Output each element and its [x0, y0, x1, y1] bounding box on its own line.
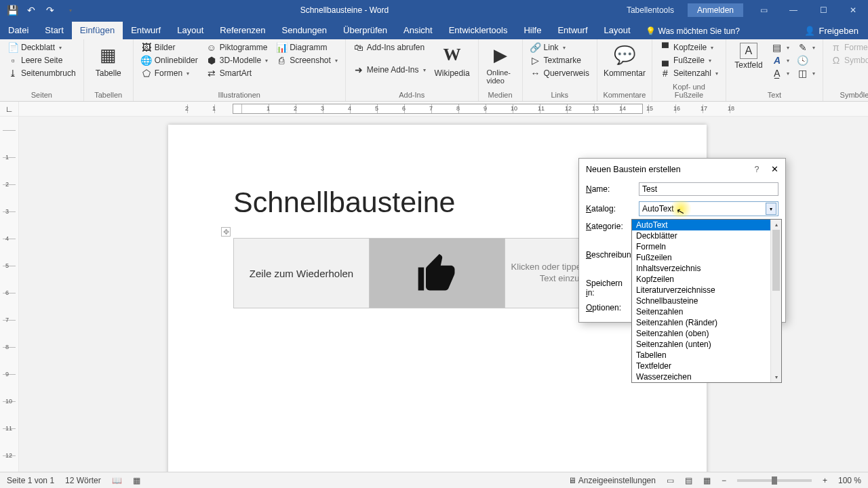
tab-layout[interactable]: Layout — [169, 22, 212, 39]
redo-icon[interactable]: ↷ — [45, 5, 56, 16]
share-button[interactable]: 👤Freigeben — [795, 22, 868, 39]
seitenumbruch-button[interactable]: ⤓Seitenumbruch — [5, 67, 78, 79]
leere-seite-button[interactable]: ▫Leere Seite — [5, 54, 78, 66]
dialog-close-icon[interactable]: ✕ — [771, 165, 778, 174]
dropdown-item[interactable]: AutoText — [632, 220, 781, 230]
contextual-tab-label: Tabellentools — [613, 5, 688, 15]
minimize-icon[interactable]: — — [778, 0, 808, 20]
zoom-slider[interactable] — [737, 479, 812, 482]
table-move-handle-icon[interactable]: ✥ — [221, 227, 231, 237]
tabstop-selector[interactable]: ∟ — [0, 102, 19, 116]
scroll-down-icon[interactable]: ▾ — [771, 372, 781, 382]
dropdown-item[interactable]: Seitenzahlen (Ränder) — [632, 317, 781, 328]
proofing-icon[interactable]: 📖 — [112, 476, 122, 485]
tab-ueberpruefen[interactable]: Überprüfen — [335, 22, 395, 39]
formel-button[interactable]: πFormel▾ — [829, 41, 868, 54]
symbol-button[interactable]: ΩSymbol▾ — [829, 54, 868, 66]
wordart-button[interactable]: A▾ — [770, 54, 791, 66]
tab-start[interactable]: Start — [37, 22, 71, 39]
dropdown-item[interactable]: Textfelder — [632, 361, 781, 371]
status-words[interactable]: 12 Wörter — [65, 476, 101, 485]
deckblatt-button[interactable]: 📄Deckblatt▾ — [5, 41, 78, 54]
scroll-thumb[interactable] — [772, 230, 780, 291]
qat-customize-icon[interactable]: ▾ — [65, 5, 76, 16]
dropdown-item[interactable]: Inhaltsverzeichnis — [632, 263, 781, 274]
textfeld-button[interactable]: ATextfeld — [732, 41, 766, 71]
tab-referenzen[interactable]: Referenzen — [212, 22, 273, 39]
horizontal-ruler[interactable]: ∟ 21123456789101112131415161718 — [0, 102, 868, 117]
dropdown-item[interactable]: Seitenzahlen — [632, 306, 781, 317]
macro-icon[interactable]: ▦ — [133, 476, 140, 485]
onlinevideo-button[interactable]: ▶Online-video — [484, 41, 517, 86]
maximize-icon[interactable]: ☐ — [808, 0, 838, 20]
dropdown-item[interactable]: Deckblätter — [632, 230, 781, 241]
vertical-ruler[interactable]: 123456789101112 — [0, 117, 19, 472]
dropdown-item[interactable]: Fußzeilen — [632, 252, 781, 263]
dialog-help-icon[interactable]: ? — [755, 165, 760, 174]
tabelle-button[interactable]: ▦Tabelle — [90, 41, 127, 79]
screenshot-button[interactable]: ⎙Screenshot▾ — [274, 54, 340, 66]
tab-entwurf[interactable]: Entwurf — [123, 22, 169, 39]
dropdown-item[interactable]: Seitenzahlen (oben) — [632, 328, 781, 339]
tab-entwicklertools[interactable]: Entwicklertools — [441, 22, 516, 39]
object-button[interactable]: ◫▾ — [795, 67, 817, 79]
view-print-icon[interactable]: ▭ — [667, 476, 674, 485]
kopfzeile-button[interactable]: ▀Kopfzeile▾ — [658, 41, 720, 54]
textmarke-button[interactable]: ▷Textmarke — [528, 54, 591, 66]
bilder-button[interactable]: 🖼Bilder — [139, 41, 200, 54]
katalog-combobox[interactable]: AutoText ▾ ↖ — [639, 201, 778, 216]
tab-datei[interactable]: Datei — [0, 22, 37, 39]
table-cell-2[interactable] — [370, 239, 505, 308]
tab-context-layout[interactable]: Layout — [596, 22, 639, 39]
dropdown-item[interactable]: Formeln — [632, 241, 781, 252]
zoom-out-button[interactable]: − — [722, 476, 726, 485]
collapse-ribbon-icon[interactable]: ˄ — [860, 91, 864, 100]
dropdown-item[interactable]: Wasserzeichen — [632, 371, 781, 382]
save-icon[interactable]: 💾 — [7, 5, 18, 16]
meine-addins-button[interactable]: ➜Meine Add-Ins▾ — [351, 64, 428, 76]
onlinebilder-button[interactable]: 🌐Onlinebilder — [139, 54, 200, 66]
katalog-dropdown-button[interactable]: ▾ — [766, 203, 776, 215]
dropdown-item[interactable]: Tabellen — [632, 350, 781, 361]
tab-einfuegen[interactable]: Einfügen — [72, 22, 123, 39]
dropcap-button[interactable]: A̲▾ — [770, 67, 791, 79]
signin-button[interactable]: Anmelden — [688, 3, 743, 17]
quickparts-button[interactable]: ▤▾ — [770, 41, 791, 54]
dropdown-item[interactable]: Seitenzahlen (unten) — [632, 339, 781, 350]
name-input[interactable] — [639, 182, 778, 196]
undo-icon[interactable]: ↶ — [26, 5, 37, 16]
seitenzahl-button[interactable]: #Seitenzahl▾ — [658, 67, 720, 79]
display-settings-button[interactable]: 🖥 Anzeigeeinstellungen — [568, 476, 656, 485]
fusszeile-button[interactable]: ▄Fußzeile▾ — [658, 54, 720, 66]
zoom-level[interactable]: 100 % — [838, 476, 861, 485]
tab-sendungen[interactable]: Sendungen — [274, 22, 336, 39]
view-web-icon[interactable]: ▦ — [703, 476, 711, 485]
piktogramme-button[interactable]: ☺Piktogramme — [204, 41, 270, 54]
formen-button[interactable]: ⬠Formen▾ — [139, 67, 200, 79]
scroll-up-icon[interactable]: ▴ — [771, 220, 781, 230]
tell-me-search[interactable]: 💡Was möchten Sie tun? — [639, 23, 747, 39]
tab-ansicht[interactable]: Ansicht — [395, 22, 441, 39]
diagramm-button[interactable]: 📊Diagramm — [274, 41, 340, 54]
link-button[interactable]: 🔗Link▾ — [528, 41, 591, 54]
datetime-button[interactable]: 🕓 — [795, 54, 817, 66]
ribbon-options-icon[interactable]: ▭ — [749, 0, 778, 20]
table-cell-1[interactable]: Zeile zum Wiederholen — [234, 239, 370, 308]
wikipedia-button[interactable]: WWikipedia — [432, 41, 473, 79]
view-read-icon[interactable]: ▤ — [685, 476, 692, 485]
close-window-icon[interactable]: ✕ — [838, 0, 868, 20]
dropdown-item[interactable]: Schnellbausteine — [632, 296, 781, 306]
status-page[interactable]: Seite 1 von 1 — [7, 476, 54, 485]
addins-abrufen-button[interactable]: 🛍Add-Ins abrufen — [351, 41, 428, 54]
tab-hilfe[interactable]: Hilfe — [515, 22, 549, 39]
querverweis-button[interactable]: ↔Querverweis — [528, 67, 591, 79]
smartart-button[interactable]: ⇄SmartArt — [204, 67, 270, 79]
dropdown-scrollbar[interactable]: ▴ ▾ — [770, 220, 781, 382]
dropdown-item[interactable]: Literaturverzeichnisse — [632, 285, 781, 296]
dropdown-item[interactable]: Kopfzeilen — [632, 274, 781, 285]
3d-modelle-button[interactable]: ⬢3D-Modelle▾ — [204, 54, 270, 66]
signature-button[interactable]: ✎▾ — [795, 41, 817, 54]
zoom-in-button[interactable]: + — [823, 476, 827, 485]
tab-context-entwurf[interactable]: Entwurf — [549, 22, 595, 39]
kommentar-button[interactable]: 💬Kommentar — [603, 41, 646, 79]
